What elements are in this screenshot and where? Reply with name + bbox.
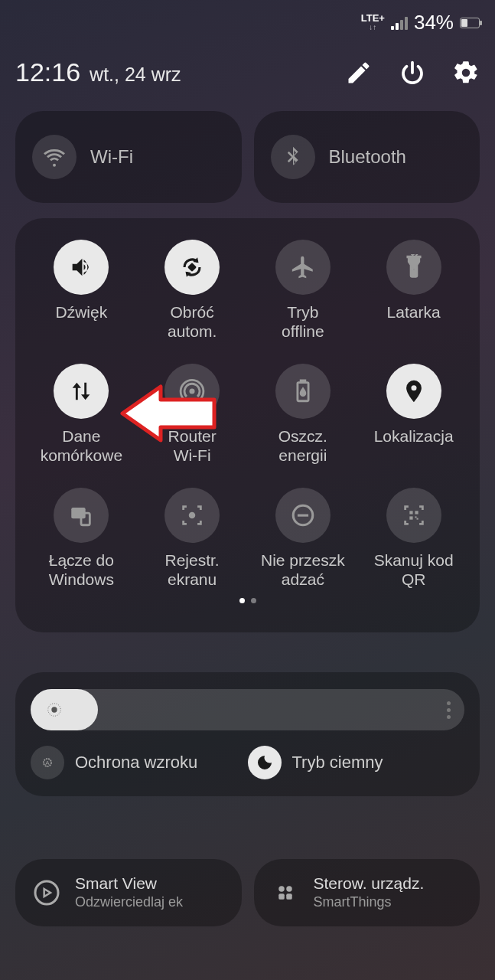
device-control-title: Sterow. urządz. [314, 874, 425, 893]
tile-sound[interactable]: Dźwięk [26, 240, 137, 341]
eye-comfort-toggle[interactable]: A Ochrona wzroku [31, 746, 248, 779]
grid-icon [268, 875, 303, 910]
arrows-icon: ↓↑ [369, 23, 376, 32]
tile-qrscan[interactable]: Skanuj kod QR [358, 488, 469, 589]
tile-location[interactable]: Lokalizacja [358, 364, 469, 465]
tile-airplane[interactable]: Tryb offline [248, 240, 359, 341]
device-control-subtitle: SmartThings [314, 893, 425, 911]
linkwindows-icon [54, 488, 109, 543]
power-button[interactable] [399, 59, 426, 87]
smart-view-icon [29, 875, 64, 910]
gear-icon [452, 59, 480, 87]
network-type-label: LTE+ [361, 14, 385, 23]
svg-point-6 [286, 886, 292, 892]
powersave-icon [275, 364, 331, 419]
mobiledata-icon [54, 364, 109, 419]
tile-rotate[interactable]: Obróć autom. [137, 240, 248, 341]
smart-view-tile[interactable]: Smart View Odzwierciedlaj ek [15, 859, 242, 926]
location-icon [386, 364, 441, 419]
tile-label: Tryb offline [282, 302, 324, 341]
eye-comfort-label: Ochrona wzroku [75, 753, 197, 773]
rotate-icon [164, 240, 220, 295]
svg-point-0 [51, 707, 57, 712]
status-bar: LTE+ ↓↑ 34% [361, 11, 481, 34]
tile-label: Rejestr. ekranu [165, 550, 220, 589]
tile-screenrecord[interactable]: Rejestr. ekranu [137, 488, 248, 589]
power-icon [399, 59, 426, 87]
svg-rect-8 [286, 893, 292, 900]
svg-point-4 [35, 881, 58, 904]
tile-label: Skanuj kod QR [374, 550, 454, 589]
tile-label: Oszcz. energii [278, 426, 327, 465]
clock-date: wt., 24 wrz [90, 64, 181, 86]
settings-button[interactable] [452, 59, 480, 87]
quick-tiles-panel: DźwiękObróć autom.Tryb offlineLatarkaDan… [15, 218, 480, 632]
airplane-icon [275, 240, 331, 295]
tile-label: Dane komórkowe [41, 426, 122, 465]
bluetooth-label: Bluetooth [329, 146, 406, 168]
connectivity-row: Wi-Fi Bluetooth [15, 111, 480, 203]
network-indicator: LTE+ ↓↑ [361, 14, 385, 32]
clock-time: 12:16 [15, 57, 80, 87]
edit-button[interactable] [345, 59, 373, 87]
display-panel: A Ochrona wzroku Tryb ciemny [15, 672, 480, 796]
moon-icon [248, 746, 282, 779]
screenrecord-icon [164, 488, 220, 543]
tile-label: Łącze do Windows [49, 550, 114, 589]
sun-icon [46, 701, 63, 718]
bottom-row: Smart View Odzwierciedlaj ek Sterow. urz… [15, 859, 480, 926]
hotspot-icon [164, 364, 220, 419]
tile-label: Dźwięk [56, 302, 108, 341]
quick-settings-header: 12:16 wt., 24 wrz [15, 57, 480, 87]
tile-label: Lokalizacja [374, 426, 454, 465]
tile-label: Nie przeszk adzać [261, 550, 345, 589]
tile-flashlight[interactable]: Latarka [358, 240, 469, 341]
tile-linkwindows[interactable]: Łącze do Windows [26, 488, 137, 589]
battery-icon [460, 18, 480, 28]
pencil-icon [345, 59, 373, 87]
svg-rect-7 [278, 893, 285, 900]
tile-label: Obróć autom. [168, 302, 217, 341]
device-control-tile[interactable]: Sterow. urządz. SmartThings [254, 859, 480, 926]
tile-mobiledata[interactable]: Dane komórkowe [26, 364, 137, 465]
brightness-slider[interactable] [31, 689, 464, 730]
tile-dnd[interactable]: Nie przeszk adzać [248, 488, 359, 589]
qrscan-icon [386, 488, 441, 543]
wifi-icon [32, 135, 77, 179]
dark-mode-label: Tryb ciemny [292, 753, 383, 773]
tile-label: Router Wi-Fi [168, 426, 217, 465]
more-icon[interactable] [447, 701, 451, 719]
wifi-tile[interactable]: Wi-Fi [15, 111, 242, 203]
sound-icon [54, 240, 109, 295]
page-indicator [26, 598, 469, 603]
tile-label: Latarka [387, 302, 441, 341]
smart-view-subtitle: Odzwierciedlaj ek [75, 893, 183, 911]
smart-view-title: Smart View [75, 874, 183, 893]
tile-powersave[interactable]: Oszcz. energii [248, 364, 359, 465]
eye-comfort-icon: A [31, 746, 64, 779]
svg-point-5 [278, 886, 285, 892]
bluetooth-icon [271, 135, 315, 179]
battery-text: 34% [414, 11, 454, 34]
dnd-icon [275, 488, 331, 543]
tile-hotspot[interactable]: Router Wi-Fi [137, 364, 248, 465]
signal-icon [391, 16, 408, 30]
wifi-label: Wi-Fi [90, 146, 133, 168]
dark-mode-toggle[interactable]: Tryb ciemny [248, 746, 465, 779]
svg-text:A: A [45, 760, 50, 766]
flashlight-icon [386, 240, 441, 295]
bluetooth-tile[interactable]: Bluetooth [254, 111, 480, 203]
